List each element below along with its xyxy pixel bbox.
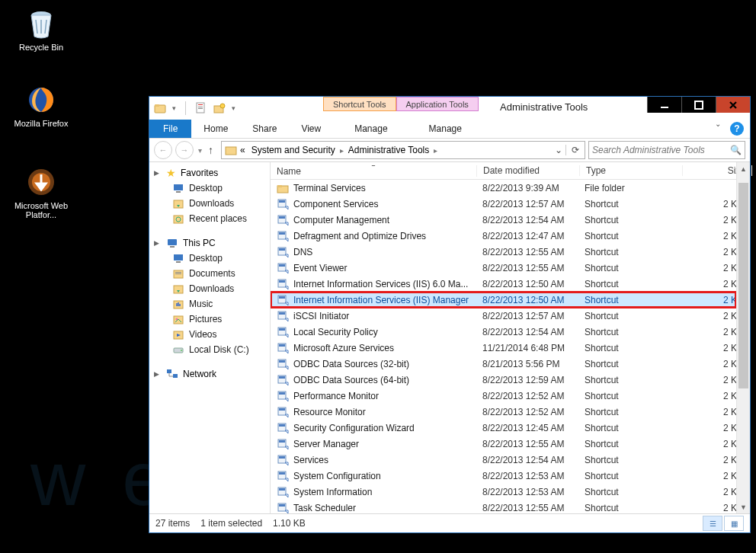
breadcrumb-seg-2[interactable]: Administrative Tools [345,145,433,155]
file-row[interactable]: Security Configuration Wizard8/22/2013 1… [271,420,736,436]
desktop-icon-firefox[interactable]: Mozilla Firefox [12,84,70,128]
column-header-type[interactable]: Type [580,165,683,176]
title-bar[interactable]: ▾ ▾ Shortcut Tools Application Tools Adm… [149,97,750,120]
file-row[interactable]: Component Services8/22/2013 12:57 AMShor… [271,196,736,212]
svg-rect-24 [174,254,183,261]
ribbon-tab-home[interactable]: Home [191,120,240,138]
file-row[interactable]: Server Manager8/22/2013 12:55 AMShortcut… [271,436,736,452]
column-header-date[interactable]: Date modified [477,165,580,176]
desktop-icon-webpi[interactable]: Microsoft Web Platfor... [12,166,70,219]
file-row[interactable]: Terminal Services8/22/2013 9:39 AMFile f… [271,180,736,196]
sidebar-item[interactable]: Downloads [149,281,270,296]
help-button[interactable]: ? [730,122,744,136]
file-row[interactable]: Task Scheduler8/22/2013 12:55 AMShortcut… [271,500,736,513]
sidebar-item-label: Downloads [189,198,234,209]
refresh-button[interactable]: ⟳ [565,145,585,155]
explorer-window: ▾ ▾ Shortcut Tools Application Tools Adm… [149,96,751,533]
sidebar-item[interactable]: Pictures [149,312,270,327]
properties-icon[interactable] [195,102,207,114]
file-size: 2 KB [681,247,736,257]
file-date: 11/21/2014 6:48 PM [476,343,578,353]
sidebar-item[interactable]: Downloads [149,196,270,211]
file-type: Shortcut [578,423,681,433]
ribbon-tab-share[interactable]: Share [240,120,289,138]
vertical-scrollbar[interactable]: ▲ ▼ [736,162,750,513]
scroll-thumb[interactable] [738,183,748,388]
svg-rect-22 [168,239,177,245]
file-row[interactable]: Performance Monitor8/22/2013 12:52 AMSho… [271,388,736,404]
minimize-button[interactable] [647,97,681,113]
desktop-icon-recycle-bin[interactable]: Recycle Bin [12,8,70,52]
shortcut-icon [277,374,289,386]
ribbon-tab-view[interactable]: View [289,120,333,138]
breadcrumb-seg-1[interactable]: System and Security [248,145,338,155]
breadcrumb-root[interactable]: « [237,145,248,155]
sidebar-item[interactable]: Local Disk (C:) [149,342,270,357]
history-dropdown-icon[interactable]: ▾ [197,146,203,155]
sidebar-item[interactable]: Documents [149,266,270,281]
close-button[interactable] [716,97,750,113]
file-date: 8/21/2013 5:56 PM [476,359,578,369]
view-details-button[interactable]: ☰ [703,516,722,531]
forward-button[interactable]: → [175,141,194,159]
file-date: 8/22/2013 12:55 AM [476,439,578,449]
new-folder-icon[interactable] [213,102,226,114]
file-row[interactable]: System Information8/22/2013 12:53 AMShor… [271,484,736,500]
file-row[interactable]: Microsoft Azure Services11/21/2014 6:48 … [271,340,736,356]
file-type: Shortcut [578,327,681,337]
file-row[interactable]: Internet Information Services (IIS) 6.0 … [271,276,736,292]
scroll-up-button[interactable]: ▲ [737,162,750,175]
back-button[interactable]: ← [154,141,172,159]
scroll-track[interactable] [737,175,750,500]
sidebar-network[interactable]: ▶ Network [149,366,270,382]
address-bar[interactable]: « System and Security ▸ Administrative T… [221,141,585,159]
sidebar-this-pc[interactable]: ▶ This PC [149,235,270,251]
view-large-button[interactable]: ▦ [724,516,744,531]
sidebar-item[interactable]: Desktop [149,251,270,266]
qa-dropdown-icon[interactable]: ▾ [172,104,176,112]
qa-customize-icon[interactable]: ▾ [232,104,235,112]
context-tab-shortcut[interactable]: Shortcut Tools [323,97,396,111]
file-name: System Information [293,487,372,497]
file-row[interactable]: Resource Monitor8/22/2013 12:52 AMShortc… [271,404,736,420]
svg-marker-61 [285,302,288,305]
pc-icon [166,237,178,249]
file-row[interactable]: Computer Management8/22/2013 12:54 AMSho… [271,212,736,228]
file-row[interactable]: System Configuration8/22/2013 12:53 AMSh… [271,468,736,484]
column-headers: ▲ Name Date modified Type Size [271,162,736,180]
search-input[interactable]: Search Administrative Tools 🔍 [588,141,745,159]
sidebar-favorites[interactable]: ▶ ★ Favorites [149,165,270,181]
ribbon-tab-manage-2[interactable]: Manage [417,120,474,138]
ribbon-tab-manage-1[interactable]: Manage [342,120,399,138]
maximize-button[interactable] [681,97,716,113]
column-header-name[interactable]: ▲ Name [271,165,477,177]
nav-pane: ▶ ★ Favorites DesktopDownloadsRecent pla… [149,162,271,513]
sidebar-item[interactable]: Recent places [149,211,270,226]
ribbon-tab-file[interactable]: File [149,120,191,138]
file-row[interactable]: DNS8/22/2013 12:55 AMShortcut2 KB [271,244,736,260]
file-row[interactable]: Event Viewer8/22/2013 12:55 AMShortcut2 … [271,260,736,276]
file-row[interactable]: Services8/22/2013 12:54 AMShortcut2 KB [271,452,736,468]
file-row[interactable]: iSCSI Initiator8/22/2013 12:57 AMShortcu… [271,308,736,324]
chevron-right-icon[interactable]: ▸ [432,146,439,155]
address-dropdown-icon[interactable]: ⌄ [552,145,565,155]
svg-rect-28 [175,273,181,274]
file-date: 8/22/2013 12:47 AM [476,231,578,241]
context-tab-application[interactable]: Application Tools [396,97,479,111]
up-button[interactable]: ↑ [207,144,218,156]
file-row[interactable]: Internet Information Services (IIS) Mana… [271,292,736,308]
shortcut-icon [277,502,289,514]
file-row[interactable]: ODBC Data Sources (32-bit)8/21/2013 5:56… [271,356,736,372]
file-row[interactable]: ODBC Data Sources (64-bit)8/22/2013 12:5… [271,372,736,388]
shortcut-icon [277,262,289,274]
ribbon-expand-icon[interactable]: ⌄ [709,120,727,138]
nav-bar: ← → ▾ ↑ « System and Security ▸ Administ… [149,139,750,162]
sidebar-item[interactable]: Desktop [149,181,270,196]
chevron-right-icon[interactable]: ▸ [338,146,345,155]
file-row[interactable]: Local Security Policy8/22/2013 12:54 AMS… [271,324,736,340]
sidebar-item[interactable]: Videos [149,327,270,342]
sort-indicator-icon: ▲ [277,165,470,166]
file-row[interactable]: Defragment and Optimize Drives8/22/2013 … [271,228,736,244]
sidebar-item[interactable]: Music [149,296,270,312]
scroll-down-button[interactable]: ▼ [737,500,750,513]
